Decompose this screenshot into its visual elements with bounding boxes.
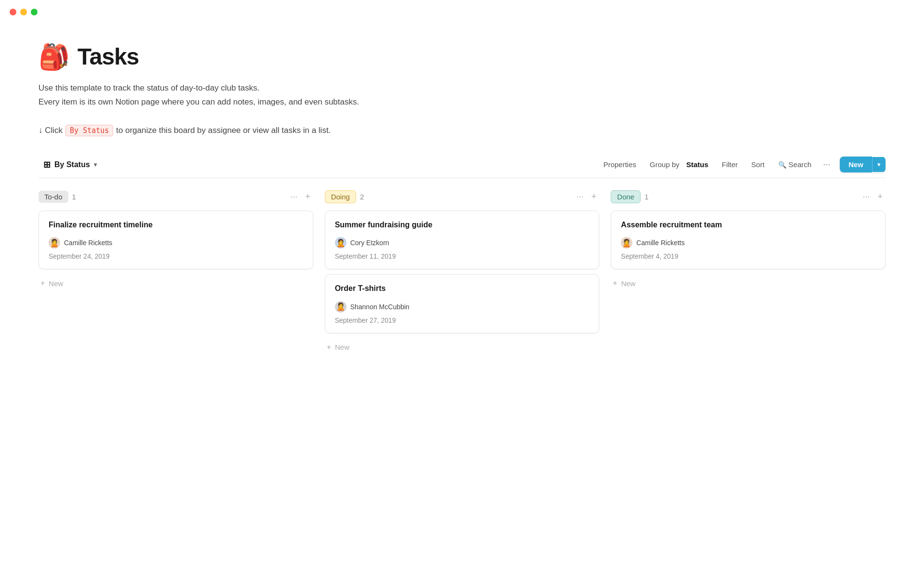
groupby-button[interactable]: Group by Status bbox=[644, 158, 714, 171]
assignee-card-1: Camille Ricketts bbox=[64, 239, 112, 247]
hint-prefix: ↓ Click bbox=[38, 126, 63, 135]
card-card-2[interactable]: Summer fundraising guide🙎Cory EtzkornSep… bbox=[325, 210, 600, 269]
column-done: Done1···+Assemble recruitment team🙎Camil… bbox=[611, 190, 886, 292]
filter-label: Filter bbox=[722, 160, 738, 169]
column-header-doing: Doing2···+ bbox=[325, 190, 600, 204]
page-header: 🎒 Tasks bbox=[38, 43, 886, 70]
description-line2: Every item is its own Notion page where … bbox=[38, 95, 886, 109]
column-count-doing: 2 bbox=[360, 193, 364, 201]
page-title: Tasks bbox=[77, 43, 139, 70]
column-count-done: 1 bbox=[644, 193, 648, 201]
column-actions-doing: ···+ bbox=[574, 190, 600, 204]
status-badge-todo: To-do bbox=[38, 191, 68, 203]
search-label: Search bbox=[789, 160, 812, 169]
traffic-light-yellow[interactable] bbox=[20, 9, 27, 15]
hint-badge[interactable]: By Status bbox=[65, 125, 113, 136]
properties-label: Properties bbox=[603, 160, 636, 169]
search-button[interactable]: 🔍 Search bbox=[772, 158, 818, 171]
add-new-done[interactable]: +New bbox=[611, 274, 886, 292]
status-badge-done: Done bbox=[611, 190, 641, 203]
plus-icon: + bbox=[327, 343, 331, 352]
column-actions-done: ···+ bbox=[860, 190, 886, 204]
add-new-todo[interactable]: +New bbox=[38, 274, 313, 292]
assignee-card-4: Camille Ricketts bbox=[636, 239, 684, 247]
hint-suffix: to organize this board by assignee or vi… bbox=[116, 126, 331, 135]
board: To-do1···+Finalize recruitment timeline🙎… bbox=[38, 190, 886, 356]
column-more-button-doing[interactable]: ··· bbox=[574, 190, 587, 204]
card-title-card-1: Finalize recruitment timeline bbox=[49, 220, 303, 230]
plus-icon: + bbox=[613, 279, 617, 288]
chevron-down-icon: ▾ bbox=[94, 161, 97, 168]
card-title-card-4: Assemble recruitment team bbox=[621, 220, 875, 230]
assignee-card-3: Shannon McCubbin bbox=[350, 303, 410, 311]
avatar: 🙎 bbox=[49, 237, 60, 249]
assignee-card-2: Cory Etzkorn bbox=[350, 239, 389, 247]
more-icon: ··· bbox=[823, 159, 830, 169]
column-doing: Doing2···+Summer fundraising guide🙎Cory … bbox=[325, 190, 600, 356]
card-card-1[interactable]: Finalize recruitment timeline🙎Camille Ri… bbox=[38, 210, 313, 269]
column-header-done: Done1···+ bbox=[611, 190, 886, 204]
avatar: 🙎 bbox=[335, 301, 346, 313]
card-date-card-4: September 4, 2019 bbox=[621, 252, 875, 260]
hint-line: ↓ Click By Status to organize this board… bbox=[38, 125, 886, 136]
card-card-4[interactable]: Assemble recruitment team🙎Camille Ricket… bbox=[611, 210, 886, 269]
column-count-todo: 1 bbox=[72, 193, 76, 201]
view-label: By Status bbox=[54, 160, 90, 169]
new-button-group: New ▾ bbox=[840, 157, 886, 172]
card-card-3[interactable]: Order T-shirts🙎Shannon McCubbinSeptember… bbox=[325, 274, 600, 333]
column-add-button-doing[interactable]: + bbox=[589, 190, 600, 204]
search-icon: 🔍 bbox=[778, 161, 786, 169]
properties-button[interactable]: Properties bbox=[598, 158, 642, 171]
add-new-label-doing: New bbox=[335, 343, 349, 351]
board-view-icon: ⊞ bbox=[43, 159, 51, 170]
column-add-button-done[interactable]: + bbox=[875, 190, 886, 204]
card-date-card-1: September 24, 2019 bbox=[49, 252, 303, 260]
main-content: 🎒 Tasks Use this template to track the s… bbox=[0, 24, 924, 385]
column-more-button-todo[interactable]: ··· bbox=[287, 190, 300, 204]
description-line1: Use this template to track the status of… bbox=[38, 81, 886, 95]
avatar: 🙎 bbox=[621, 237, 632, 249]
new-button-dropdown[interactable]: ▾ bbox=[872, 157, 886, 172]
view-selector[interactable]: ⊞ By Status ▾ bbox=[38, 157, 102, 173]
traffic-light-red[interactable] bbox=[10, 9, 16, 15]
card-meta-card-2: 🙎Cory Etzkorn bbox=[335, 237, 590, 249]
card-title-card-2: Summer fundraising guide bbox=[335, 220, 590, 230]
plus-icon: + bbox=[40, 279, 45, 288]
traffic-light-green[interactable] bbox=[31, 9, 38, 15]
page-description: Use this template to track the status of… bbox=[38, 81, 886, 109]
sort-button[interactable]: Sort bbox=[745, 158, 770, 171]
card-meta-card-4: 🙎Camille Ricketts bbox=[621, 237, 875, 249]
column-todo: To-do1···+Finalize recruitment timeline🙎… bbox=[38, 190, 313, 292]
toolbar-left: ⊞ By Status ▾ bbox=[38, 157, 598, 173]
column-add-button-todo[interactable]: + bbox=[302, 190, 313, 204]
card-title-card-3: Order T-shirts bbox=[335, 283, 590, 294]
column-header-todo: To-do1···+ bbox=[38, 190, 313, 204]
card-date-card-3: September 27, 2019 bbox=[335, 316, 590, 324]
add-new-label-done: New bbox=[621, 279, 636, 288]
groupby-value: Status bbox=[686, 160, 708, 169]
status-badge-doing: Doing bbox=[325, 190, 356, 203]
toolbar-right: Properties Group by Status Filter Sort 🔍… bbox=[598, 157, 886, 172]
add-new-doing[interactable]: +New bbox=[325, 338, 600, 356]
filter-button[interactable]: Filter bbox=[716, 158, 744, 171]
page-icon: 🎒 bbox=[38, 44, 70, 69]
column-actions-todo: ···+ bbox=[287, 190, 313, 204]
groupby-prefix: Group by bbox=[650, 160, 680, 169]
new-button[interactable]: New bbox=[840, 157, 872, 172]
traffic-lights bbox=[0, 0, 924, 24]
toolbar: ⊞ By Status ▾ Properties Group by Status… bbox=[38, 152, 886, 178]
add-new-label-todo: New bbox=[49, 279, 63, 288]
more-options-button[interactable]: ··· bbox=[819, 157, 834, 172]
card-meta-card-1: 🙎Camille Ricketts bbox=[49, 237, 303, 249]
card-date-card-2: September 11, 2019 bbox=[335, 252, 590, 260]
card-meta-card-3: 🙎Shannon McCubbin bbox=[335, 301, 590, 313]
avatar: 🙎 bbox=[335, 237, 346, 249]
column-more-button-done[interactable]: ··· bbox=[860, 190, 873, 204]
sort-label: Sort bbox=[751, 160, 765, 169]
